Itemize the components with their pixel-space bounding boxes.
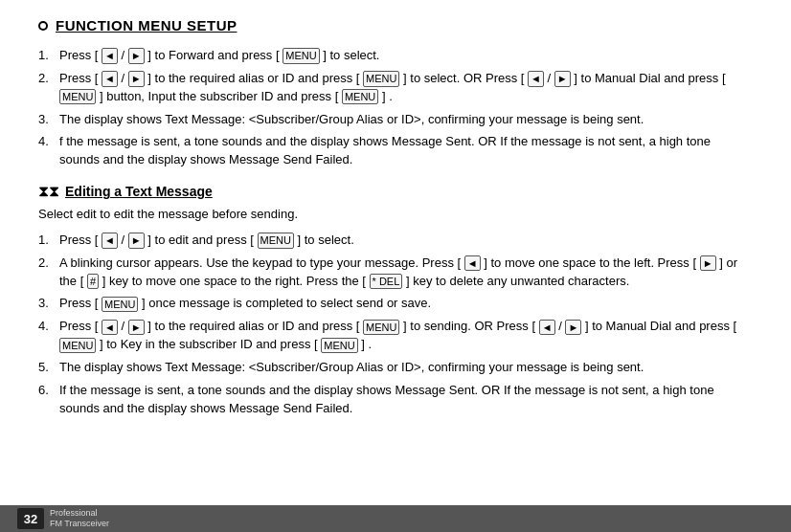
key-menu: MENU bbox=[282, 48, 319, 63]
subsection-header: ⧗⧗ Editing a Text Message bbox=[38, 183, 753, 200]
list-num: 2. bbox=[38, 70, 59, 106]
key-left: ◄ bbox=[102, 48, 118, 63]
section-list: 1. Press [ ◄ / ► ] to Forward and press … bbox=[38, 47, 753, 169]
key-right: ► bbox=[128, 233, 145, 248]
list-num: 4. bbox=[38, 133, 59, 169]
list-content: f the message is sent, a tone sounds and… bbox=[59, 133, 753, 169]
subsection-title: Editing a Text Message bbox=[65, 184, 213, 199]
page-content: FUNCTION MENU SETUP 1. Press [ ◄ / ► ] t… bbox=[0, 0, 791, 532]
list-num: 2. bbox=[38, 255, 59, 291]
list-content: If the message is sent, a tone sounds an… bbox=[59, 382, 753, 418]
key-menu: MENU bbox=[59, 89, 96, 104]
footer-text: Professional FM Transceiver bbox=[50, 508, 109, 529]
key-left: ◄ bbox=[528, 71, 544, 86]
list-item: 3. The display shows Text Message: <Subs… bbox=[38, 111, 753, 129]
list-num: 1. bbox=[38, 232, 59, 250]
section-title: FUNCTION MENU SETUP bbox=[56, 17, 237, 33]
key-left: ◄ bbox=[102, 233, 118, 248]
list-content: Press [ ◄ / ► ] to the required alias or… bbox=[59, 318, 753, 354]
key-hash: # bbox=[87, 274, 99, 289]
footer-line1: Professional bbox=[50, 508, 98, 518]
key-right: ► bbox=[128, 48, 145, 63]
list-content: Press [ ◄ / ► ] to edit and press [ MENU… bbox=[59, 232, 753, 250]
list-num: 6. bbox=[38, 382, 59, 418]
footer-bar: 32 Professional FM Transceiver bbox=[0, 505, 791, 532]
key-menu: MENU bbox=[363, 320, 399, 335]
list-num: 4. bbox=[38, 318, 59, 354]
key-menu: MENU bbox=[102, 297, 138, 312]
list-num: 3. bbox=[38, 111, 59, 129]
list-content: A blinking cursor appears. Use the keypa… bbox=[59, 255, 753, 291]
list-num: 1. bbox=[38, 47, 59, 65]
section-header: FUNCTION MENU SETUP bbox=[38, 17, 753, 33]
key-menu: MENU bbox=[258, 233, 294, 248]
key-menu: MENU bbox=[342, 89, 378, 104]
list-item: 5. The display shows Text Message: <Subs… bbox=[38, 359, 753, 377]
key-left: ◄ bbox=[464, 255, 481, 271]
page-number: 32 bbox=[17, 508, 44, 529]
wave-icon: ⧗⧗ bbox=[38, 183, 59, 200]
key-menu: MENU bbox=[363, 71, 399, 86]
key-right: ► bbox=[128, 71, 145, 86]
list-item: 2. A blinking cursor appears. Use the ke… bbox=[38, 255, 753, 291]
list-item: 3. Press [ MENU ] once message is comple… bbox=[38, 295, 753, 313]
list-content: Press [ ◄ / ► ] to the required alias or… bbox=[59, 70, 753, 106]
subsection: ⧗⧗ Editing a Text Message Select edit to… bbox=[38, 183, 753, 417]
list-item: 2. Press [ ◄ / ► ] to the required alias… bbox=[38, 70, 753, 106]
key-menu: MENU bbox=[321, 338, 357, 353]
subsection-list: 1. Press [ ◄ / ► ] to edit and press [ M… bbox=[38, 232, 753, 418]
key-left: ◄ bbox=[102, 71, 118, 86]
key-star-del: * DEL bbox=[370, 274, 403, 289]
subsection-description: Select edit to edit the message before s… bbox=[38, 206, 753, 224]
key-right: ► bbox=[128, 320, 145, 335]
list-content: Press [ MENU ] once message is completed… bbox=[59, 295, 753, 313]
list-item: 4. f the message is sent, a tone sounds … bbox=[38, 133, 753, 169]
list-content: Press [ ◄ / ► ] to Forward and press [ M… bbox=[59, 47, 753, 65]
bullet-icon bbox=[38, 21, 48, 31]
list-content: The display shows Text Message: <Subscri… bbox=[59, 111, 753, 129]
key-right: ► bbox=[700, 255, 716, 271]
key-left: ◄ bbox=[102, 320, 118, 335]
list-item: 1. Press [ ◄ / ► ] to edit and press [ M… bbox=[38, 232, 753, 250]
key-right: ► bbox=[554, 71, 571, 86]
list-item: 4. Press [ ◄ / ► ] to the required alias… bbox=[38, 318, 753, 354]
list-num: 3. bbox=[38, 295, 59, 313]
list-item: 6. If the message is sent, a tone sounds… bbox=[38, 382, 753, 418]
key-left: ◄ bbox=[539, 320, 555, 335]
list-num: 5. bbox=[38, 359, 59, 377]
list-item: 1. Press [ ◄ / ► ] to Forward and press … bbox=[38, 47, 753, 65]
key-right: ► bbox=[565, 320, 581, 335]
key-menu: MENU bbox=[59, 338, 96, 353]
footer-line2: FM Transceiver bbox=[50, 519, 109, 528]
list-content: The display shows Text Message: <Subscri… bbox=[59, 359, 753, 377]
